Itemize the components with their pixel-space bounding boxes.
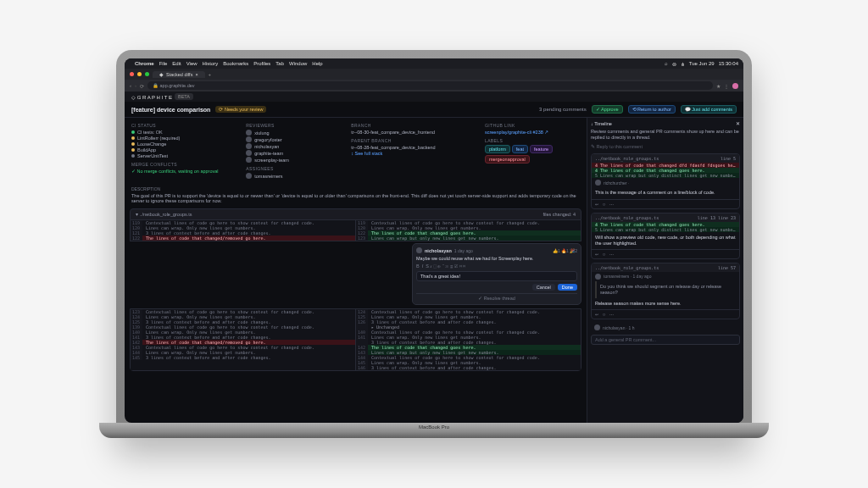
- add-comments-button[interactable]: 💬 Just add comments: [681, 105, 737, 114]
- diff-view: 119Contextual lines of code go here to s…: [130, 220, 581, 241]
- assignees-label: ASSIGNEES: [246, 166, 341, 171]
- github-link[interactable]: screenplay/graphite-cli #238 ↗: [485, 130, 580, 135]
- laptop-frame: Chrome File Edit View History Bookmarks …: [116, 50, 752, 438]
- diff-line[interactable]: 1453 lines of context before and after c…: [131, 355, 355, 360]
- reply-input[interactable]: That's a great idea!: [416, 271, 577, 281]
- reviewer-item[interactable]: xiulung: [246, 130, 341, 136]
- ci-status-item: LintRollerr (required): [131, 136, 236, 141]
- ci-status-item: ServerUnitTest: [131, 153, 236, 158]
- menu-chrome[interactable]: Chrome: [135, 61, 154, 66]
- brand-logo[interactable]: ◇ G R A P H I T E: [131, 94, 172, 100]
- merge-conflicts-label: MERGE CONFLICTS: [131, 162, 236, 167]
- timeline-close-icon[interactable]: ✕: [736, 121, 740, 126]
- forward-icon[interactable]: ›: [135, 83, 136, 88]
- extensions-icon[interactable]: ★: [716, 83, 721, 89]
- avatar: [246, 143, 252, 149]
- menu-view[interactable]: View: [186, 61, 198, 66]
- menu-help[interactable]: Help: [312, 61, 322, 66]
- url-text: app.graphite.dev: [160, 83, 195, 88]
- screen: Chrome File Edit View History Bookmarks …: [125, 58, 743, 423]
- avatar: [246, 173, 252, 179]
- see-full-stack-link[interactable]: ↕ See full stack: [351, 151, 475, 156]
- branch-label: BRANCH: [351, 123, 475, 128]
- label-pill[interactable]: mergeonapproval: [485, 155, 530, 164]
- menu-bookmarks[interactable]: Bookmarks: [223, 61, 248, 66]
- menu-file[interactable]: File: [159, 61, 168, 66]
- reply-icon[interactable]: ↩: [595, 252, 598, 257]
- new-tab-icon[interactable]: +: [209, 72, 212, 77]
- window-max[interactable]: [145, 72, 149, 76]
- reviewer-item[interactable]: nicholasyan: [246, 143, 341, 149]
- done-button[interactable]: Done: [558, 284, 577, 291]
- resolve-thread-button[interactable]: ✓ Resolve thread: [416, 293, 577, 301]
- branch-name: tr--08-30-feat_compare_device_frontend: [351, 130, 475, 135]
- url-input[interactable]: 🔒 app.graphite.dev: [147, 81, 713, 90]
- window-min[interactable]: [137, 72, 142, 76]
- label-pill[interactable]: feature: [530, 145, 553, 153]
- react-icon[interactable]: ☺: [602, 202, 606, 207]
- reviewer-item[interactable]: screenplay-team: [246, 157, 341, 163]
- diff-file-header[interactable]: ▾ ../netbook_role_groups.ts files change…: [130, 208, 581, 220]
- timeline-card: ../netbook_role_groups.tsline 57tomasrei…: [591, 263, 740, 319]
- menu-tab[interactable]: Tab: [275, 61, 284, 66]
- reply-icon[interactable]: ↩: [595, 312, 598, 317]
- comment-time: 1 day ago: [454, 248, 473, 253]
- github-link-label: GITHUB LINK: [485, 123, 580, 128]
- menubar-date: Tue Jun 29: [689, 61, 715, 66]
- tab-favicon: ◆: [159, 72, 164, 77]
- reviewer-item[interactable]: gregoryfoster: [246, 136, 341, 142]
- avatar: [246, 157, 252, 163]
- review-status-pill: ⟳ Needs your review: [215, 106, 266, 113]
- reply-icon[interactable]: ↩: [595, 202, 598, 207]
- approve-button[interactable]: ✓ Approve: [592, 105, 623, 114]
- tab-close-icon[interactable]: ×: [195, 72, 198, 77]
- ci-status-item: CI tests: OK: [131, 130, 236, 135]
- ci-status-label: CI STATUS: [131, 123, 236, 128]
- window-close[interactable]: [130, 72, 134, 76]
- comment-reactions[interactable]: 👍1 🔥1 🎉2: [553, 248, 577, 253]
- reply-hint[interactable]: ✎ Reply to this comment: [591, 144, 740, 150]
- timeline-heading: ↓ Timeline: [591, 121, 612, 126]
- general-comment-input[interactable]: Add a general PR comment...: [591, 335, 740, 345]
- diff-line[interactable]: 1463 lines of context before and after c…: [356, 365, 581, 370]
- editor-toolbar[interactable]: B I S 𝑥 ⬚ ⊕ “ ≔ ≣ ☑ ⌗ ⌗: [416, 263, 577, 269]
- description-text: The goal of this PR is to support the 'd…: [131, 193, 580, 203]
- label-pill[interactable]: feat: [512, 145, 528, 153]
- menu-edit[interactable]: Edit: [172, 61, 181, 66]
- menu-window[interactable]: Window: [289, 61, 307, 66]
- menu-icon[interactable]: ⋮: [724, 83, 729, 89]
- back-icon[interactable]: ‹: [130, 83, 131, 88]
- reload-icon[interactable]: ⟳: [140, 83, 144, 89]
- app-header: ◇ G R A P H I T E BETA: [125, 92, 743, 102]
- control-center-icon[interactable]: ⊚: [672, 61, 676, 67]
- labels-label: LABELS: [485, 138, 580, 143]
- wifi-icon[interactable]: ⋔: [681, 61, 685, 67]
- menu-profiles[interactable]: Profiles: [253, 61, 270, 66]
- return-button[interactable]: ⟲ Return to author: [628, 105, 676, 114]
- assignee-item[interactable]: tomasreimers: [246, 173, 341, 179]
- react-icon[interactable]: ☺: [602, 312, 606, 317]
- browser-tab[interactable]: ◆ Stacked diffs ×: [153, 71, 205, 78]
- files-changed: files changed: 4: [542, 212, 576, 217]
- profile-avatar[interactable]: [732, 83, 738, 89]
- reviewer-item[interactable]: graphite-team: [246, 150, 341, 156]
- diff-line[interactable]: 122The lines of code that changed/remove…: [131, 236, 355, 241]
- cancel-button[interactable]: Cancel: [532, 284, 555, 291]
- search-icon[interactable]: ⌕: [665, 61, 668, 66]
- timeline-sidebar: ↓ Timeline ✕ Review comments and general…: [587, 118, 743, 423]
- label-pill[interactable]: platform: [485, 145, 510, 153]
- file-path: ../netbook_role_groups.ts: [140, 212, 192, 217]
- more-icon[interactable]: ⋯: [609, 202, 614, 207]
- menu-history[interactable]: History: [203, 61, 219, 66]
- diff-right-pane: 124Contextual lines of code go here to s…: [355, 309, 581, 370]
- comment-thread-popover: nicholasyan 1 day ago 👍1 🔥1 🎉2 Maybe we …: [412, 243, 581, 305]
- diff-line[interactable]: 123Lines can wrap but only new lines get…: [356, 236, 581, 241]
- react-icon[interactable]: ☺: [602, 252, 606, 257]
- more-icon[interactable]: ⋯: [609, 252, 614, 257]
- lock-icon: 🔒: [153, 83, 159, 88]
- beta-badge: BETA: [175, 93, 193, 100]
- more-icon[interactable]: ⋯: [609, 312, 614, 317]
- ci-status-item: BuildApp: [131, 147, 236, 152]
- merge-conflicts-status: ✓ No merge conflicts, waiting on approva…: [131, 169, 236, 174]
- description-label: DESCRIPTION: [131, 186, 580, 191]
